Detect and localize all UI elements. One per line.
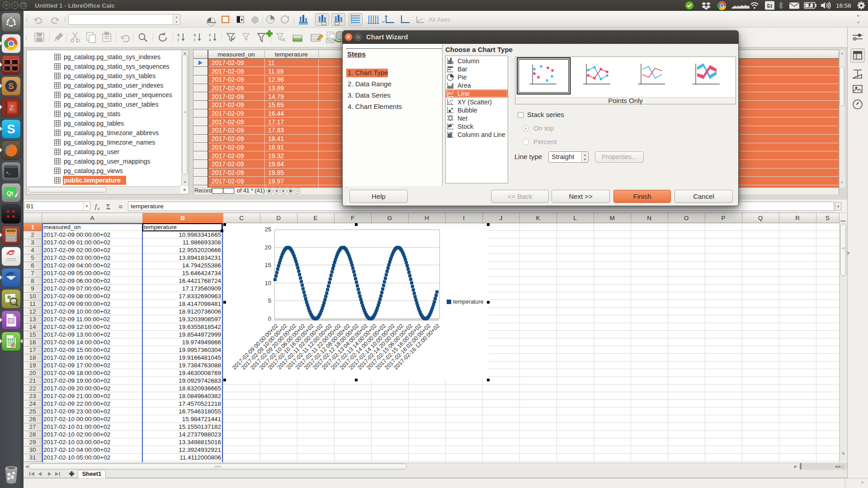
svg-text:z: z <box>193 38 196 42</box>
svg-text:Σ: Σ <box>106 203 110 211</box>
svg-text:S: S <box>7 122 15 136</box>
svg-text:16:56: 16:56 <box>836 2 851 9</box>
svg-text:Qt: Qt <box>7 190 14 197</box>
svg-text:>_: >_ <box>13 61 16 64</box>
svg-text:a: a <box>209 38 211 42</box>
svg-text:a: a <box>177 33 179 37</box>
svg-text:All Axes: All Axes <box>429 16 450 23</box>
svg-text:Z: Z <box>9 103 14 112</box>
svg-text:z: z <box>177 38 179 42</box>
svg-text:>_: >_ <box>5 67 9 70</box>
svg-text:S: S <box>8 82 14 91</box>
svg-text:=: = <box>118 203 123 211</box>
svg-text:x: x <box>97 206 100 211</box>
svg-text:>_: >_ <box>6 171 11 175</box>
svg-text:a: a <box>193 33 196 37</box>
svg-text:>_: >_ <box>5 61 9 64</box>
svg-text:z: z <box>209 33 211 37</box>
svg-text:Et: Et <box>767 3 773 9</box>
